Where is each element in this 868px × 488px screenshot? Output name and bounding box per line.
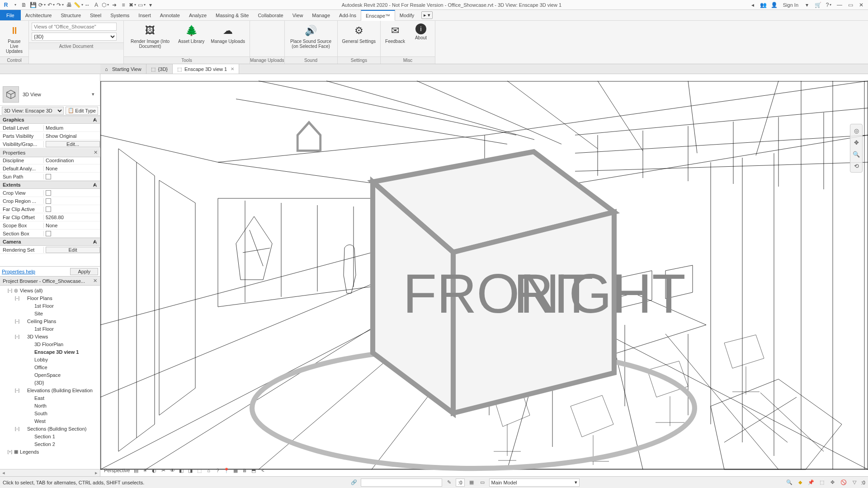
type-dropdown-icon[interactable]: ▾ [92,91,97,97]
tree-node[interactable]: Office [0,363,100,371]
vc-lock-icon[interactable]: ◨ [187,467,194,474]
pg-row[interactable]: Parts VisibilityShow Original [0,132,100,140]
close-window-icon[interactable]: ✕ [857,1,865,9]
vc-pin-icon[interactable]: 📍 [223,467,230,474]
tab-file[interactable]: File [0,10,21,20]
design-option-select[interactable]: Main Model▾ [489,479,580,487]
manage-uploads-button[interactable]: ☁Manage Uploads [209,23,247,45]
text-icon[interactable]: A [92,1,100,9]
type-selector[interactable]: 3D View ▾ [0,83,100,106]
revit-logo-icon[interactable]: R [2,1,10,9]
app-store-icon[interactable]: 🛒 [814,1,822,9]
zoom-icon[interactable]: 🔍 [852,150,861,159]
tree-node[interactable]: {3D} [0,379,100,386]
close-properties-icon[interactable]: ✕ [94,150,98,155]
filter-icon[interactable]: ▽ [850,479,859,487]
undo-icon[interactable]: ↶ [47,1,55,9]
dimension-icon[interactable]: ↔ [83,1,91,9]
tree-node[interactable]: [–]Ceiling Plans [0,317,100,325]
pg-row[interactable]: Rendering SetEdit [0,246,100,254]
pg-row[interactable]: Far Clip Offset5268.80 [0,213,100,221]
close-browser-icon[interactable]: ✕ [93,278,97,284]
close-views-icon[interactable]: ✖ [128,1,137,9]
user-icon[interactable]: 👤 [770,1,778,9]
tab-systems[interactable]: Systems [106,10,134,20]
minimize-icon[interactable]: — [835,1,844,9]
pg-section[interactable]: Graphics⮙ [0,116,100,124]
measure-icon[interactable]: 📏 [74,1,82,9]
tab-annotate[interactable]: Annotate [156,10,184,20]
select-links-icon[interactable]: 🔍 [785,479,793,487]
design-options-icon[interactable]: ▭ [478,479,486,487]
sync-icon[interactable]: ⟳ [38,1,46,9]
place-sound-button[interactable]: 🔊Place Sound Source (on Selected Face) [288,23,335,50]
tab-addins[interactable]: Add-Ins [335,10,361,20]
vc-temp-hide-icon[interactable]: ⬚ [196,467,203,474]
editable-only-icon[interactable]: ▦ [467,479,476,487]
view-mode-label[interactable]: Perspective [103,468,131,473]
navigation-bar[interactable]: ◎ ✥ 🔍 ⟲ [850,124,863,173]
vc-crop-icon[interactable]: 👁 [169,467,176,474]
tree-node[interactable]: Section 1 [0,432,100,440]
view-tab-enscape[interactable]: ⬚Enscape 3D view 1✕ [173,64,239,74]
vc-show-crop-icon[interactable]: ◧ [178,467,185,474]
tree-node[interactable]: [–]Floor Plans [0,294,100,302]
switch-window-icon[interactable]: ▭ [137,1,146,9]
view-cube[interactable]: FRONT RIGHT ⌂ [100,81,857,476]
project-tree[interactable]: [–]◎Views (all)[–]Floor Plans1st FloorSi… [0,286,100,469]
render-image-button[interactable]: 🖼Render Image (Into Document) [127,23,174,50]
pan-icon[interactable]: ✥ [852,138,861,147]
pg-row[interactable]: Far Clip Active [0,205,100,213]
tree-node[interactable]: [+]▦Legends [0,448,100,455]
tree-node[interactable]: 1st Floor [0,325,100,333]
viewport[interactable]: FRONT RIGHT ⌂ ◎ ✥ 🔍 ⟲ Perspective ▤ ☀ ◐ … [100,74,868,476]
properties-help-link[interactable]: Properties help [2,269,35,274]
tree-node[interactable]: Site [0,310,100,317]
tab-view[interactable]: View [288,10,308,20]
active-view-select[interactable]: {3D} [32,33,117,41]
tree-node[interactable]: [–]3D Views [0,333,100,340]
vc-reveal-icon[interactable]: ⌂ [205,467,212,474]
tree-node[interactable]: 3D FloorPlan [0,340,100,348]
vc-shadow-icon[interactable]: ◐ [151,467,158,474]
tree-node[interactable]: South [0,409,100,417]
background-icon[interactable]: 🚫 [840,479,848,487]
tree-node[interactable]: Enscape 3D view 1 [0,348,100,356]
vc-render-icon[interactable]: ✂ [160,467,167,474]
keycombo-icon[interactable]: 👥 [760,1,768,9]
tree-node[interactable]: [–]◎Views (all) [0,286,100,294]
vc-sheet-icon[interactable]: 🗎 [241,467,248,474]
view-tab-starting[interactable]: ⌂Starting View [100,64,146,74]
browser-scrollbar[interactable]: ◂▸ [0,469,100,476]
views-of-input[interactable] [32,23,117,31]
play-button[interactable]: ▸ ▾ [421,10,433,20]
tree-node[interactable]: OpenSpace [0,371,100,379]
infocenter-back-icon[interactable]: ◂ [749,1,757,9]
vc-back-icon[interactable]: < [259,467,266,474]
pause-live-updates-button[interactable]: ⏸ Pause Live Updates [3,23,26,55]
about-button[interactable]: iAbout [410,23,432,41]
tree-node[interactable]: 1st Floor [0,302,100,310]
tab-structure[interactable]: Structure [56,10,85,20]
select-main-icon[interactable]: ✎ [445,479,453,487]
edit-type-button[interactable]: 📋Edit Type [66,107,98,115]
sign-in-link[interactable]: Sign In [781,2,800,8]
pg-row[interactable]: Visibility/Grap...Edit... [0,140,100,148]
help-icon[interactable]: ? [825,1,833,9]
pg-row[interactable]: Default Analy...None [0,164,100,173]
section-icon[interactable]: ➜ [110,1,118,9]
tree-node[interactable]: [–]Sections (Building Section) [0,425,100,432]
tree-node[interactable]: North [0,402,100,409]
vc-constraint-icon[interactable]: ⬒ [250,467,257,474]
pg-row[interactable]: DisciplineCoordination [0,156,100,164]
open-icon[interactable]: 🗎 [20,1,28,9]
vc-model-icon[interactable]: ▤ [132,467,140,474]
tab-massing[interactable]: Massing & Site [211,10,253,20]
pg-row[interactable]: Section Box [0,230,100,238]
apply-button[interactable]: Apply [70,268,98,275]
tree-node[interactable]: Section 2 [0,440,100,448]
drag-elements-icon[interactable]: ✥ [829,479,837,487]
tab-enscape[interactable]: Enscape™ [361,10,395,21]
vc-grid-icon[interactable]: ▦ [232,467,239,474]
3d-icon[interactable]: ⬡ [101,1,109,9]
